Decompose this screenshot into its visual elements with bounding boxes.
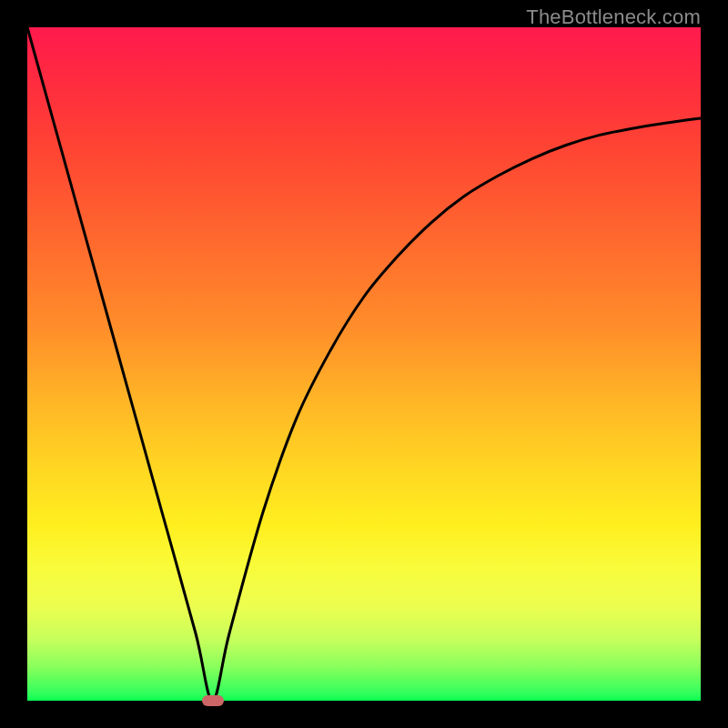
- optimum-marker: [202, 695, 224, 706]
- curve-svg: [27, 27, 701, 701]
- chart-frame: TheBottleneck.com: [0, 0, 728, 728]
- watermark-text: TheBottleneck.com: [526, 5, 701, 29]
- plot-area: [27, 27, 701, 701]
- bottleneck-curve: [27, 27, 701, 701]
